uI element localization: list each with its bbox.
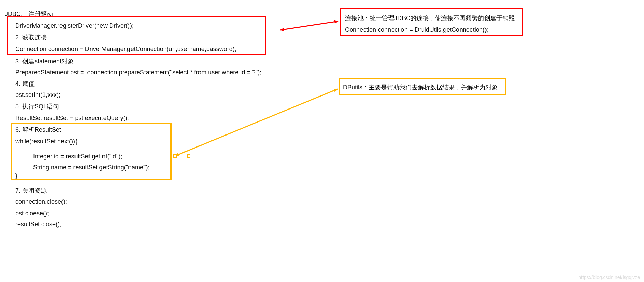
step7-code-c: resultSet.close(); [15, 220, 61, 229]
watermark-text: https://blog.csdn.net/lsgqjvze [578, 274, 640, 280]
pool-box [340, 8, 523, 36]
step3-title: 3. 创建statement对象 [15, 57, 74, 66]
step7-title: 7. 关闭资源 [15, 186, 47, 195]
handle-icon [174, 155, 176, 157]
step3-code: PreparedStatement pst = connection.prepa… [15, 68, 261, 77]
jdbc-connection-box [7, 16, 266, 55]
diagram-canvas: JDBC: 注册驱动 DriverManager.registerDriver(… [0, 0, 644, 282]
resultset-box [11, 123, 172, 180]
arrow-resultset-to-dbutils [175, 89, 338, 156]
arrow-jdbc-to-pool [280, 21, 338, 30]
step4-code: pst.setInt(1,xxx); [15, 90, 60, 100]
step5-title: 5. 执行SQL语句 [15, 102, 59, 111]
step7-code-a: connection.close(); [15, 197, 67, 206]
dbutils-box [339, 78, 506, 95]
step7-code-b: pst.cloese(); [15, 209, 49, 218]
step4-title: 4. 赋值 [15, 79, 35, 89]
handle-icon [187, 155, 190, 157]
step5-code: ResultSet resultSet = pst.executeQuery()… [15, 114, 129, 123]
